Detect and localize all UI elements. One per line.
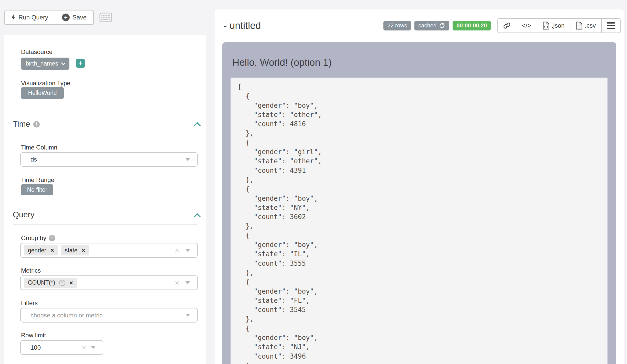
time-range-value: No filter [27, 186, 47, 193]
chip-label: COUNT(*) [28, 279, 55, 286]
datasource-value: birth_names [26, 60, 58, 67]
query-result-json-box[interactable]: [ { "gender": "boy", "state": "other", "… [231, 78, 608, 364]
json-file-icon [543, 22, 549, 30]
plus-circle-icon: + [62, 14, 70, 21]
caret-down-icon [185, 281, 190, 284]
remove-chip-icon[interactable]: × [50, 247, 54, 254]
run-query-label: Run Query [18, 14, 48, 21]
row-limit-select[interactable]: 100 × [20, 340, 103, 355]
time-column-select[interactable]: ds [20, 152, 198, 167]
time-column-value: ds [24, 156, 37, 163]
hello-world-viz-panel: Hello, World! (option 1) [ { "gender": "… [222, 42, 616, 364]
chart-title[interactable]: - untitled [224, 20, 261, 31]
caret-down-icon [185, 158, 190, 161]
section-divider [13, 133, 197, 133]
remove-chip-icon[interactable]: × [82, 247, 85, 254]
query-section-header: Query [13, 210, 34, 219]
json-output: [ { "gender": "boy", "state": "other", "… [231, 78, 607, 364]
group-by-chip: state × [61, 245, 89, 255]
refresh-icon [439, 23, 445, 29]
code-icon: </> [522, 22, 531, 29]
add-datasource-button[interactable]: + [76, 59, 85, 68]
viz-type-value: HelloWorld [28, 90, 57, 97]
chart-header-actions: 22 rows cached 00:00:00.20 [383, 18, 621, 33]
group-by-select[interactable]: gender × state × × [20, 243, 198, 258]
metrics-select[interactable]: COUNT(*) ? × × [20, 275, 198, 290]
share-link-button[interactable] [498, 19, 516, 33]
cached-badge[interactable]: cached [414, 21, 449, 30]
metrics-label: Metrics [21, 267, 41, 274]
clear-select-icon[interactable]: × [175, 279, 179, 287]
time-range-button[interactable]: No filter [21, 184, 53, 195]
plus-icon: + [78, 59, 82, 67]
info-icon[interactable]: i [33, 121, 40, 127]
csv-file-icon [576, 22, 582, 30]
time-column-label: Time Column [21, 144, 57, 151]
remove-chip-icon[interactable]: × [69, 279, 73, 286]
help-icon[interactable]: ? [59, 280, 65, 286]
time-section-header: Time i [13, 120, 40, 129]
keyboard-shortcuts-icon[interactable] [99, 13, 112, 22]
more-options-button[interactable] [601, 19, 620, 33]
datasource-label: Datasource [21, 48, 53, 56]
export-json-label: .json [552, 22, 565, 29]
export-csv-button[interactable]: .csv [570, 19, 601, 33]
link-icon [503, 22, 510, 29]
caret-down-icon [91, 346, 96, 349]
row-count-text: 22 rows [387, 22, 407, 29]
group-by-label-text: Group by [21, 234, 46, 242]
view-query-button[interactable]: </> [516, 19, 537, 33]
export-button-group: </> .json .csv [497, 18, 621, 33]
caret-down-icon [185, 314, 190, 317]
caret-down-icon [185, 249, 190, 252]
timer-text: 00:00:00.20 [456, 22, 487, 29]
export-csv-label: .csv [585, 22, 596, 29]
filters-select[interactable]: choose a column or metric [20, 308, 198, 323]
panel-divider [13, 38, 199, 38]
run-save-button-group: Run Query + Save [4, 10, 94, 25]
info-icon[interactable]: i [49, 235, 55, 241]
chevron-down-icon [61, 61, 65, 65]
query-timer-badge: 00:00:00.20 [453, 21, 491, 30]
filters-label: Filters [21, 299, 38, 307]
cached-text: cached [418, 22, 436, 29]
filters-placeholder: choose a column or metric [24, 312, 102, 319]
query-section-title: Query [13, 210, 34, 219]
row-count-badge: 22 rows [383, 21, 411, 30]
time-section-title: Time [13, 120, 30, 129]
group-by-label: Group by i [21, 234, 55, 242]
chip-label: gender [28, 247, 46, 254]
section-divider [13, 224, 197, 224]
save-label: Save [72, 14, 87, 21]
save-button[interactable]: + Save [55, 10, 93, 24]
viz-type-label: Visualization Type [21, 80, 70, 87]
collapse-query-section-icon[interactable] [194, 213, 201, 220]
hamburger-menu-icon [607, 22, 615, 29]
row-limit-value: 100 [24, 344, 41, 351]
clear-select-icon[interactable]: × [82, 344, 86, 351]
run-query-button[interactable]: Run Query [5, 10, 55, 24]
explore-control-panel: Datasource birth_names + Visualization T… [4, 35, 206, 364]
clear-select-icon[interactable]: × [175, 247, 179, 254]
export-json-button[interactable]: .json [537, 19, 570, 33]
viz-type-button[interactable]: HelloWorld [21, 87, 64, 99]
collapse-time-section-icon[interactable] [194, 122, 201, 129]
metric-chip: COUNT(*) ? × [24, 278, 77, 288]
datasource-select-button[interactable]: birth_names [21, 58, 69, 70]
chart-container-card: - untitled 22 rows cached 00:00:00.20 [215, 9, 624, 364]
query-toolbar: Run Query + Save [4, 10, 112, 25]
chip-label: state [65, 247, 78, 254]
time-range-label: Time Range [21, 176, 54, 184]
group-by-chip: gender × [24, 245, 58, 255]
bolt-icon [11, 14, 16, 21]
viz-title: Hello, World! (option 1) [232, 57, 332, 68]
row-limit-label: Row limit [21, 332, 46, 339]
